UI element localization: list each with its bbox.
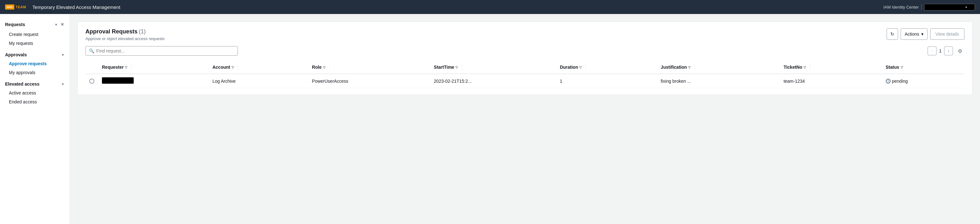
justification-value: fixing broken ... bbox=[661, 78, 691, 84]
search-input[interactable] bbox=[96, 48, 234, 53]
status-badge: pending bbox=[886, 78, 961, 84]
col-label-role: Role bbox=[312, 65, 321, 70]
col-label-starttime: StartTime bbox=[434, 65, 454, 70]
card-actions: ↻ Actions ▾ View details bbox=[887, 28, 964, 40]
view-details-button[interactable]: View details bbox=[930, 28, 964, 40]
col-header-ticketno: TicketNo ▽ bbox=[780, 61, 881, 74]
card-header: Approval Requests(1) Approve or reject e… bbox=[86, 28, 964, 41]
actions-label: Actions bbox=[905, 32, 920, 37]
nav-left: aws TEAM Temporary Elevated Access Manag… bbox=[5, 5, 120, 10]
aws-logo: aws TEAM bbox=[5, 5, 26, 10]
main-layout: Requests ▼ × Create request My requests … bbox=[0, 14, 980, 224]
refresh-button[interactable]: ↻ bbox=[887, 28, 898, 40]
sidebar-item-active-access[interactable]: Active access bbox=[0, 88, 70, 98]
col-label-status: Status bbox=[886, 65, 899, 70]
sidebar-item-ended-access[interactable]: Ended access bbox=[0, 98, 70, 106]
count-badge: (1) bbox=[139, 28, 146, 35]
content-card: Approval Requests(1) Approve or reject e… bbox=[78, 22, 972, 95]
sort-icon-starttime[interactable]: ▽ bbox=[455, 66, 458, 69]
sidebar-approvals-label: Approvals bbox=[5, 52, 27, 57]
sidebar-header-approvals[interactable]: Approvals ▼ bbox=[0, 50, 70, 59]
col-label-requester: Requester bbox=[102, 65, 124, 70]
top-nav: aws TEAM Temporary Elevated Access Manag… bbox=[0, 0, 980, 14]
page-number: 1 bbox=[939, 48, 942, 53]
sort-icon-duration[interactable]: ▽ bbox=[579, 66, 582, 69]
duration-cell: 1 bbox=[556, 74, 657, 88]
sidebar: Requests ▼ × Create request My requests … bbox=[0, 14, 70, 224]
nav-right: IAM Identity Center ▾ bbox=[883, 4, 975, 11]
card-title-area: Approval Requests(1) Approve or reject e… bbox=[86, 28, 164, 41]
sort-icon-account[interactable]: ▽ bbox=[232, 66, 234, 69]
sidebar-header-requests[interactable]: Requests ▼ × bbox=[0, 19, 70, 30]
iam-identity-center-label: IAM Identity Center bbox=[883, 5, 919, 10]
col-label-duration: Duration bbox=[560, 65, 578, 70]
settings-icon[interactable]: ⚙ bbox=[956, 46, 964, 55]
starttime-cell: 2023-02-21T15:2... bbox=[430, 74, 556, 88]
requester-cell bbox=[98, 74, 208, 88]
sidebar-section-elevated-access: Elevated access ▼ Active access Ended ac… bbox=[0, 80, 70, 106]
sort-icon-ticketno[interactable]: ▽ bbox=[803, 66, 806, 69]
table-row[interactable]: Log Archive PowerUserAccess 2023-02-21T1… bbox=[86, 74, 964, 88]
col-header-requester: Requester ▽ bbox=[98, 61, 208, 74]
col-header-role: Role ▽ bbox=[308, 61, 430, 74]
row-select-cell[interactable] bbox=[86, 74, 98, 88]
account-cell: Log Archive bbox=[208, 74, 308, 88]
table-body: Log Archive PowerUserAccess 2023-02-21T1… bbox=[86, 74, 964, 88]
aws-text: aws bbox=[7, 5, 13, 9]
prev-page-button[interactable]: ‹ bbox=[928, 46, 937, 55]
status-cell: pending bbox=[882, 74, 964, 88]
col-header-justification: Justification ▽ bbox=[657, 61, 780, 74]
role-value: PowerUserAccess bbox=[312, 78, 348, 84]
next-page-button[interactable]: › bbox=[944, 46, 953, 55]
sidebar-section-requests: Requests ▼ × Create request My requests bbox=[0, 19, 70, 48]
col-header-duration: Duration ▽ bbox=[556, 61, 657, 74]
sort-icon-role[interactable]: ▽ bbox=[323, 66, 326, 69]
col-label-account: Account bbox=[212, 65, 230, 70]
actions-button[interactable]: Actions ▾ bbox=[900, 28, 928, 40]
data-table: Requester ▽ Account ▽ bbox=[86, 61, 964, 88]
chevron-down-icon: ▾ bbox=[921, 32, 923, 37]
ticketno-cell: team-1234 bbox=[780, 74, 881, 88]
close-icon[interactable]: × bbox=[60, 21, 64, 28]
sort-icon-status[interactable]: ▽ bbox=[900, 66, 903, 69]
justification-cell: fixing broken ... bbox=[657, 74, 780, 88]
aws-logo-box: aws bbox=[5, 5, 14, 10]
col-header-account: Account ▽ bbox=[208, 61, 308, 74]
sidebar-item-my-requests[interactable]: My requests bbox=[0, 39, 70, 48]
chevron-down-icon: ▼ bbox=[61, 53, 64, 57]
main-content: Approval Requests(1) Approve or reject e… bbox=[70, 14, 980, 224]
sort-icon-requester[interactable]: ▽ bbox=[125, 66, 127, 69]
col-label-justification: Justification bbox=[661, 65, 687, 70]
sidebar-item-approve-requests[interactable]: Approve requests bbox=[0, 59, 70, 68]
search-icon: 🔍 bbox=[89, 48, 94, 53]
ticketno-value: team-1234 bbox=[783, 78, 805, 84]
col-header-status: Status ▽ bbox=[882, 61, 964, 74]
sidebar-item-create-request[interactable]: Create request bbox=[0, 30, 70, 39]
sidebar-requests-label: Requests bbox=[5, 22, 25, 27]
table-header: Requester ▽ Account ▽ bbox=[86, 61, 964, 74]
chevron-down-icon: ▼ bbox=[61, 82, 64, 86]
search-box: 🔍 bbox=[86, 46, 238, 56]
sort-icon-justification[interactable]: ▽ bbox=[688, 66, 691, 69]
sidebar-elevated-access-label: Elevated access bbox=[5, 82, 40, 86]
sidebar-header-elevated-access[interactable]: Elevated access ▼ bbox=[0, 80, 70, 88]
search-row: 🔍 ‹ 1 › ⚙ bbox=[86, 46, 964, 56]
pagination-controls: ‹ 1 › ⚙ bbox=[928, 46, 964, 55]
pending-icon bbox=[886, 78, 891, 84]
status-value: pending bbox=[892, 78, 908, 84]
role-cell: PowerUserAccess bbox=[308, 74, 430, 88]
refresh-icon: ↻ bbox=[891, 32, 894, 37]
sidebar-section-approvals: Approvals ▼ Approve requests My approval… bbox=[0, 50, 70, 77]
card-subtitle: Approve or reject elevated access reques… bbox=[86, 36, 164, 41]
sidebar-item-my-approvals[interactable]: My approvals bbox=[0, 68, 70, 77]
starttime-value: 2023-02-21T15:2... bbox=[434, 78, 472, 84]
chevron-down-icon: ▾ bbox=[966, 5, 967, 9]
app-title: Temporary Elevated Access Management bbox=[32, 5, 120, 10]
col-label-ticketno: TicketNo bbox=[783, 65, 802, 70]
page-title: Approval Requests bbox=[86, 28, 137, 35]
chevron-down-icon: ▼ bbox=[55, 23, 58, 26]
requester-value bbox=[102, 77, 134, 84]
row-radio-button[interactable] bbox=[89, 78, 94, 84]
col-header-starttime: StartTime ▽ bbox=[430, 61, 556, 74]
user-dropdown[interactable]: ▾ bbox=[924, 4, 975, 11]
